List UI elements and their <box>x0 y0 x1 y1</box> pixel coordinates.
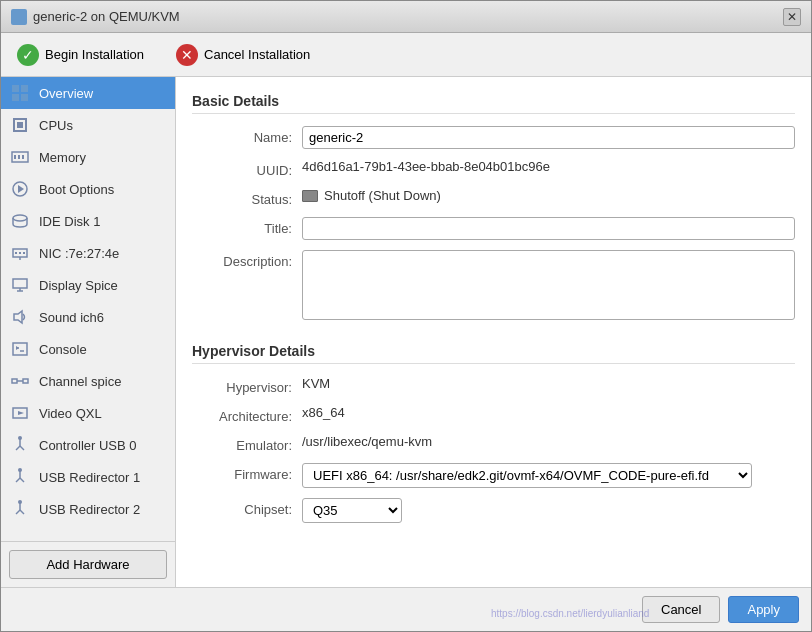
begin-installation-label: Begin Installation <box>45 47 144 62</box>
sidebar-item-label: Memory <box>39 150 86 165</box>
sidebar-item-label: Channel spice <box>39 374 121 389</box>
name-row: Name: <box>192 126 795 149</box>
sidebar-item-label: Boot Options <box>39 182 114 197</box>
svg-line-36 <box>16 478 20 482</box>
firmware-label: Firmware: <box>192 463 302 482</box>
name-input[interactable] <box>302 126 795 149</box>
svg-line-37 <box>20 478 24 482</box>
svg-rect-8 <box>18 155 20 159</box>
ide-disk-icon <box>9 210 31 232</box>
firmware-field-value: UEFI x86_64: /usr/share/edk2.git/ovmf-x6… <box>302 463 795 488</box>
status-icon <box>302 190 318 202</box>
description-field-value <box>302 250 795 323</box>
sidebar-item-controller-usb-0[interactable]: Controller USB 0 <box>1 429 175 461</box>
chipset-select[interactable]: Q35 i440FX <box>302 498 402 523</box>
sidebar-item-usb-redirector-2[interactable]: USB Redirector 2 <box>1 493 175 525</box>
description-row: Description: <box>192 250 795 323</box>
svg-rect-22 <box>13 343 27 355</box>
basic-details-title: Basic Details <box>192 93 795 114</box>
add-hardware-button[interactable]: Add Hardware <box>9 550 167 579</box>
sidebar-item-sound-ich6[interactable]: Sound ich6 <box>1 301 175 333</box>
chipset-field-value: Q35 i440FX <box>302 498 795 523</box>
nic-icon <box>9 242 31 264</box>
window-title: generic-2 on QEMU/KVM <box>33 9 180 24</box>
svg-line-33 <box>20 446 24 450</box>
sound-ich6-icon <box>9 306 31 328</box>
svg-point-38 <box>18 468 22 472</box>
uuid-value: 4d6d16a1-79b1-43ee-bbab-8e04b01bc96e <box>302 159 795 174</box>
sidebar-item-cpus[interactable]: CPUs <box>1 109 175 141</box>
title-field-label: Title: <box>192 217 302 236</box>
display-spice-icon <box>9 274 31 296</box>
cancel-icon: ✕ <box>176 44 198 66</box>
status-row: Status: Shutoff (Shut Down) <box>192 188 795 207</box>
sidebar-item-label: Controller USB 0 <box>39 438 137 453</box>
svg-rect-7 <box>14 155 16 159</box>
uuid-label: UUID: <box>192 159 302 178</box>
title-input[interactable] <box>302 217 795 240</box>
sidebar-item-display-spice[interactable]: Display Spice <box>1 269 175 301</box>
firmware-row: Firmware: UEFI x86_64: /usr/share/edk2.g… <box>192 463 795 488</box>
svg-rect-2 <box>12 94 19 101</box>
overview-icon <box>9 82 31 104</box>
sidebar-item-label: Sound ich6 <box>39 310 104 325</box>
name-value <box>302 126 795 149</box>
sidebar: Overview CPUs Memory Boot Options <box>1 77 176 587</box>
cancel-button[interactable]: Cancel <box>642 596 720 623</box>
sidebar-item-nic[interactable]: NIC :7e:27:4e <box>1 237 175 269</box>
close-button[interactable]: ✕ <box>783 8 801 26</box>
title-row: Title: <box>192 217 795 240</box>
video-qxl-icon <box>9 402 31 424</box>
chipset-label: Chipset: <box>192 498 302 517</box>
emulator-row: Emulator: /usr/libexec/qemu-kvm <box>192 434 795 453</box>
svg-line-40 <box>16 510 20 514</box>
description-label: Description: <box>192 250 302 269</box>
chipset-row: Chipset: Q35 i440FX <box>192 498 795 523</box>
sidebar-item-channel-spice[interactable]: Channel spice <box>1 365 175 397</box>
console-icon <box>9 338 31 360</box>
svg-point-12 <box>13 215 27 221</box>
channel-spice-icon <box>9 370 31 392</box>
main-area: Overview CPUs Memory Boot Options <box>1 77 811 587</box>
svg-point-34 <box>18 436 22 440</box>
sidebar-item-overview[interactable]: Overview <box>1 77 175 109</box>
content-area: Basic Details Name: UUID: 4d6d16a1-79b1-… <box>176 77 811 587</box>
name-label: Name: <box>192 126 302 145</box>
controller-usb-0-icon <box>9 434 31 456</box>
usb-redirector-2-icon <box>9 498 31 520</box>
sidebar-item-label: Video QXL <box>39 406 102 421</box>
firmware-select[interactable]: UEFI x86_64: /usr/share/edk2.git/ovmf-x6… <box>302 463 752 488</box>
architecture-row: Architecture: x86_64 <box>192 405 795 424</box>
hypervisor-label: Hypervisor: <box>192 376 302 395</box>
sidebar-item-label: Console <box>39 342 87 357</box>
begin-installation-button[interactable]: ✓ Begin Installation <box>11 40 150 70</box>
hypervisor-details-title: Hypervisor Details <box>192 343 795 364</box>
status-text: Shutoff (Shut Down) <box>324 188 441 203</box>
sidebar-item-label: USB Redirector 2 <box>39 502 140 517</box>
svg-rect-5 <box>17 122 23 128</box>
sidebar-item-usb-redirector-1[interactable]: USB Redirector 1 <box>1 461 175 493</box>
sidebar-item-video-qxl[interactable]: Video QXL <box>1 397 175 429</box>
sidebar-item-ide-disk-1[interactable]: IDE Disk 1 <box>1 205 175 237</box>
sidebar-item-boot-options[interactable]: Boot Options <box>1 173 175 205</box>
status-label: Status: <box>192 188 302 207</box>
sidebar-item-memory[interactable]: Memory <box>1 141 175 173</box>
svg-rect-18 <box>13 279 27 288</box>
emulator-value: /usr/libexec/qemu-kvm <box>302 434 795 449</box>
svg-rect-17 <box>23 252 25 254</box>
status-value: Shutoff (Shut Down) <box>302 188 795 203</box>
svg-rect-26 <box>12 379 17 383</box>
svg-line-41 <box>20 510 24 514</box>
cancel-installation-button[interactable]: ✕ Cancel Installation <box>170 40 316 70</box>
description-textarea[interactable] <box>302 250 795 320</box>
svg-rect-3 <box>21 94 28 101</box>
emulator-label: Emulator: <box>192 434 302 453</box>
boot-options-icon <box>9 178 31 200</box>
watermark: https://blog.csdn.net/lierdyulianliand <box>491 608 649 619</box>
svg-marker-11 <box>18 185 24 193</box>
titlebar: generic-2 on QEMU/KVM ✕ <box>1 1 811 33</box>
toolbar: ✓ Begin Installation ✕ Cancel Installati… <box>1 33 811 77</box>
architecture-label: Architecture: <box>192 405 302 424</box>
sidebar-item-console[interactable]: Console <box>1 333 175 365</box>
apply-button[interactable]: Apply <box>728 596 799 623</box>
